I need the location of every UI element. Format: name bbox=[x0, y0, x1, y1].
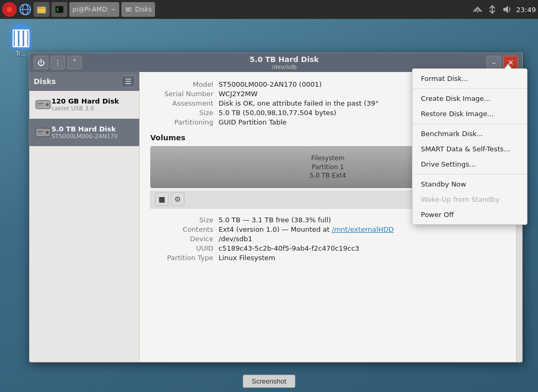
sidebar: Disks ☰ 120 GB Hard Disk bbox=[29, 72, 140, 362]
terminal2-label: pi@Pi-AMD: ~ bbox=[73, 6, 116, 13]
menu-item-standby-now[interactable]: Standby Now bbox=[412, 177, 527, 192]
svg-point-11 bbox=[130, 9, 132, 11]
contents-text: Ext4 (version 1.0) — Mounted at bbox=[219, 225, 332, 233]
mount-link[interactable]: /mnt/externalHDD bbox=[332, 225, 394, 233]
svg-point-16 bbox=[47, 104, 48, 106]
svg-text:$: $ bbox=[56, 7, 59, 12]
minimize-button[interactable]: – bbox=[487, 56, 501, 69]
disk-item-5tb[interactable]: 5.0 TB Hard Disk ST5000LM000-2AN170 bbox=[29, 119, 139, 147]
menu-separator-2 bbox=[412, 123, 527, 124]
contents-label: Contents bbox=[150, 225, 213, 233]
menu-item-drive-settings[interactable]: Drive Settings... bbox=[412, 157, 527, 172]
desktop-trash[interactable]: Tr... bbox=[11, 26, 32, 57]
raspberry-icon[interactable] bbox=[2, 2, 17, 17]
partitioning-label: Partitioning bbox=[150, 118, 213, 126]
sidebar-menu-button[interactable]: ☰ bbox=[121, 76, 135, 87]
menu-item-benchmark[interactable]: Benchmark Disk... bbox=[412, 126, 527, 141]
partition-type-value: Linux Filesystem bbox=[219, 254, 505, 262]
chevron-down-button[interactable]: ˅ bbox=[67, 56, 82, 69]
menu-item-restore-disk-image[interactable]: Restore Disk Image... bbox=[412, 106, 527, 121]
disk-item-5tb-name: 5.0 TB Hard Disk bbox=[51, 125, 118, 133]
uuid-value: c5189c43-5c2b-40f5-9ab4-f2c470c19cc3 bbox=[219, 244, 505, 252]
partition-type-label: Partition Type bbox=[150, 254, 213, 262]
hamburger-icon: ☰ bbox=[125, 77, 132, 86]
screenshot-button[interactable]: Screenshot bbox=[243, 375, 295, 388]
context-menu: Format Disk... Create Disk Image... Rest… bbox=[412, 68, 527, 225]
device-value: /dev/sdb1 bbox=[219, 235, 505, 243]
sidebar-title: Disks bbox=[34, 77, 56, 86]
menu-item-format-disk[interactable]: Format Disk... bbox=[412, 71, 527, 86]
titlebar-left-controls: ⏻ ⋮ ˅ bbox=[34, 56, 82, 69]
disk-item-120gb-sub: cablet USB 3.0 bbox=[51, 105, 119, 112]
disk-item-120gb-text: 120 GB Hard Disk cablet USB 3.0 bbox=[51, 97, 119, 112]
file-manager-btn[interactable] bbox=[34, 2, 49, 17]
volume-icon bbox=[502, 4, 512, 15]
arrows-icon bbox=[487, 4, 498, 15]
menu-arrow bbox=[504, 64, 512, 69]
serial-label: Serial Number bbox=[150, 90, 213, 98]
taskbar-right: 23:49 bbox=[472, 4, 536, 15]
svg-point-22 bbox=[47, 132, 48, 133]
disks-taskbar-btn[interactable]: Disks bbox=[121, 2, 155, 17]
stop-button[interactable]: ■ bbox=[155, 192, 169, 206]
svg-point-12 bbox=[477, 11, 478, 13]
partition-label: Filesystem bbox=[311, 154, 344, 162]
settings-button[interactable]: ⚙ bbox=[171, 192, 184, 206]
disks-taskbar-label: Disks bbox=[135, 6, 152, 13]
model-label: Model bbox=[150, 80, 213, 88]
desktop: $ pi@Pi-AMD: ~ Disks bbox=[0, 0, 538, 392]
device-label: Device bbox=[150, 235, 213, 243]
trash-icon bbox=[11, 26, 32, 49]
menu-dots-button[interactable]: ⋮ bbox=[50, 56, 65, 69]
part-size-label: Size bbox=[150, 216, 213, 224]
menu-separator-1 bbox=[412, 88, 527, 89]
size-label: Size bbox=[150, 109, 213, 117]
hdd-icon-120gb bbox=[35, 96, 51, 113]
menu-item-create-disk-image[interactable]: Create Disk Image... bbox=[412, 91, 527, 106]
disk-item-5tb-text: 5.0 TB Hard Disk ST5000LM000-2AN170 bbox=[51, 125, 118, 140]
menu-separator-3 bbox=[412, 174, 527, 174]
uuid-label: UUID bbox=[150, 244, 213, 252]
assessment-label: Assessment bbox=[150, 99, 213, 107]
terminal2-btn[interactable]: pi@Pi-AMD: ~ bbox=[69, 2, 119, 17]
sidebar-header: Disks ☰ bbox=[29, 72, 139, 91]
svg-rect-17 bbox=[37, 103, 44, 104]
power-button[interactable]: ⏻ bbox=[34, 56, 48, 69]
svg-rect-18 bbox=[37, 105, 42, 106]
disk-item-5tb-sub: ST5000LM000-2AN170 bbox=[51, 133, 118, 140]
hdd-icon-5tb bbox=[35, 124, 51, 141]
network-icon bbox=[472, 4, 483, 15]
contents-value: Ext4 (version 1.0) — Mounted at /mnt/ext… bbox=[219, 225, 505, 233]
trash-label: Tr... bbox=[16, 50, 26, 57]
menu-item-smart[interactable]: SMART Data & Self-Tests... bbox=[412, 141, 527, 157]
disk-item-120gb-name: 120 GB Hard Disk bbox=[51, 97, 119, 105]
partition-size: 5.0 TB Ext4 bbox=[309, 172, 346, 179]
taskbar: $ pi@Pi-AMD: ~ Disks bbox=[0, 0, 538, 19]
window-title-main: 5.0 TB Hard Disk bbox=[250, 55, 319, 64]
svg-rect-23 bbox=[37, 131, 44, 132]
partition-text: Filesystem Partition 1 5.0 TB Ext4 bbox=[309, 154, 346, 180]
titlebar-right-controls: – ✕ bbox=[487, 56, 518, 69]
clock: 23:49 bbox=[516, 6, 536, 14]
globe-icon[interactable] bbox=[18, 2, 33, 17]
menu-item-power-off[interactable]: Power Off bbox=[412, 207, 527, 222]
svg-rect-24 bbox=[37, 133, 42, 133]
partition-sub: Partition 1 bbox=[312, 163, 344, 171]
menu-item-wakeup: Wake-Up from Standby bbox=[412, 192, 527, 207]
svg-point-1 bbox=[7, 7, 12, 12]
svg-rect-6 bbox=[37, 7, 41, 8]
disk-item-120gb[interactable]: 120 GB Hard Disk cablet USB 3.0 bbox=[29, 91, 139, 119]
terminal-btn[interactable]: $ bbox=[51, 2, 67, 17]
